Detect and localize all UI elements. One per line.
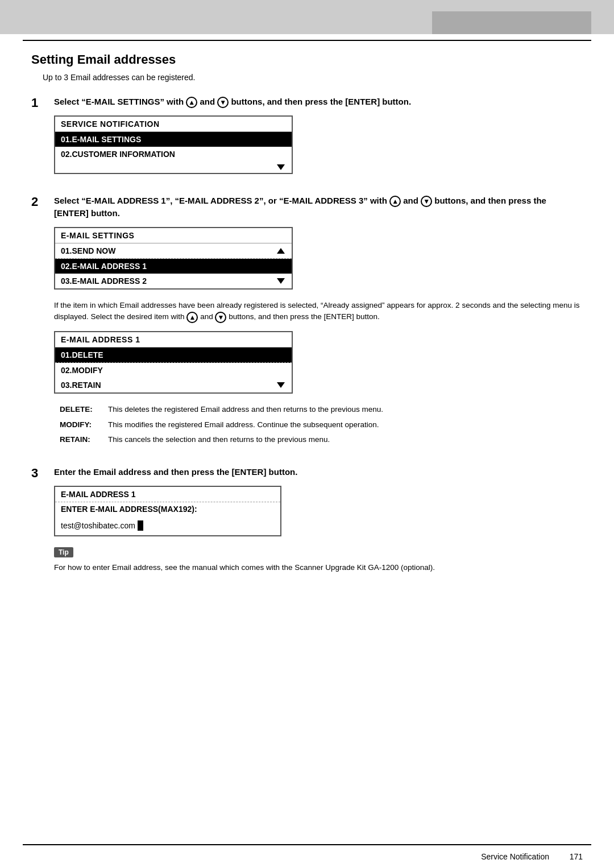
main-content: Setting Email addresses Up to 3 Email ad… — [0, 41, 614, 844]
def-delete: DELETE: This deletes the registered Emai… — [60, 404, 583, 415]
step-2-menu-row-3: 03.E-MAIL ADDRESS 2 — [55, 274, 292, 288]
section-title: Setting Email addresses — [31, 52, 583, 67]
step-1-text-part1: Select “E-MAIL SETTINGS” with — [54, 97, 184, 106]
def-delete-desc: This deletes the registered Email addres… — [108, 404, 583, 415]
def-retain-desc: This cancels the selection and then retu… — [108, 434, 583, 445]
section-subtitle: Up to 3 Email addresses can be registere… — [43, 73, 583, 82]
step-1-text-part2: and — [200, 97, 215, 106]
arrow-up-icon-2 — [277, 248, 285, 254]
step-3-number: 3 — [31, 466, 48, 481]
step-1: 1 Select “E-MAIL SETTINGS” with ▲ and ▼ … — [31, 96, 583, 184]
step-3-text: Enter the Email address and then press t… — [54, 466, 583, 479]
step-1-menu: SERVICE NOTIFICATION 01.E-MAIL SETTINGS … — [54, 115, 293, 174]
top-bar — [0, 0, 614, 34]
step-1-menu-row-2: 02.CUSTOMER INFORMATION — [55, 147, 292, 162]
def-retain: RETAIN: This cancels the selection and t… — [60, 434, 583, 445]
step-2-menu-row-1: 01.SEND NOW — [55, 243, 292, 259]
step-1-menu-header: SERVICE NOTIFICATION — [55, 117, 292, 132]
step-3: 3 Enter the Email address and then press… — [31, 466, 583, 573]
arrow-down-icon-2b — [277, 278, 285, 284]
step-2-menu-header: E-MAIL SETTINGS — [55, 228, 292, 243]
tip-label: Tip — [54, 547, 73, 557]
arrow-down-icon — [277, 164, 285, 170]
step-2-desc: If the item in which Email addresses hav… — [54, 300, 583, 324]
email-box-header: E-MAIL ADDRESS 1 — [55, 487, 280, 502]
up-arrow-icon-3: ▲ — [186, 312, 198, 323]
step-2-content: Select “E-MAIL ADDRESS 1”, “E-MAIL ADDRE… — [54, 195, 583, 456]
step-2: 2 Select “E-MAIL ADDRESS 1”, “E-MAIL ADD… — [31, 195, 583, 456]
top-bar-block — [432, 11, 591, 34]
step-3-content: Enter the Email address and then press t… — [54, 466, 583, 573]
footer-label: Service Notification — [481, 852, 549, 861]
def-retain-term: RETAIN: — [60, 434, 108, 445]
page: Setting Email addresses Up to 3 Email ad… — [0, 0, 614, 868]
step-2-submenu-header: E-MAIL ADDRESS 1 — [55, 332, 292, 348]
def-modify: MODIFY: This modifies the registered Ema… — [60, 419, 583, 431]
footer-page: 171 — [570, 852, 583, 861]
step-2-submenu-outer: E-MAIL ADDRESS 1 01.DELETE 02.MODIFY 03.… — [54, 331, 293, 394]
arrow-up-icon — [277, 137, 285, 142]
def-delete-term: DELETE: — [60, 404, 108, 415]
step-1-content: Select “E-MAIL SETTINGS” with ▲ and ▼ bu… — [54, 96, 583, 184]
email-address-box: E-MAIL ADDRESS 1 ENTER E-MAIL ADDRESS(MA… — [54, 486, 281, 536]
email-box-input: test@toshibatec.com — [55, 516, 280, 535]
footer-separator — [556, 852, 563, 861]
step-1-text: Select “E-MAIL SETTINGS” with ▲ and ▼ bu… — [54, 96, 583, 109]
email-value: test@toshibatec.com — [61, 521, 135, 530]
up-arrow-icon-2: ▲ — [389, 196, 401, 207]
step-2-submenu: E-MAIL ADDRESS 1 01.DELETE 02.MODIFY 03.… — [54, 331, 293, 394]
step-1-menu-row-spacer — [55, 162, 292, 173]
step-2-menu-row-2: 02.E-MAIL ADDRESS 1 — [55, 259, 292, 274]
up-arrow-icon-1: ▲ — [186, 97, 197, 108]
step-2-submenu-row-2: 02.MODIFY — [55, 363, 292, 378]
step-2-submenu-row-1: 01.DELETE — [55, 348, 292, 363]
down-arrow-icon-1: ▼ — [217, 97, 229, 108]
arrow-up-icon-4 — [277, 352, 285, 358]
step-1-text-part3: buttons, and then press the [ENTER] butt… — [231, 97, 411, 106]
def-modify-term: MODIFY: — [60, 419, 108, 431]
step-1-menu-row-1: 01.E-MAIL SETTINGS — [55, 132, 292, 147]
footer: Service Notification 171 — [0, 845, 614, 868]
tip-text: For how to enter Email address, see the … — [54, 562, 583, 574]
step-2-menu-outer: E-MAIL SETTINGS 01.SEND NOW 02.E-MAIL AD… — [54, 227, 293, 290]
step-2-submenu-row-3: 03.RETAIN — [55, 378, 292, 392]
down-arrow-icon-3: ▼ — [215, 312, 226, 323]
step-2-text-and: and — [403, 196, 421, 205]
tip-section: Tip For how to enter Email address, see … — [54, 547, 583, 574]
def-modify-desc: This modifies the registered Email addre… — [108, 419, 583, 431]
step-2-text-part1: Select “E-MAIL ADDRESS 1”, “E-MAIL ADDRE… — [54, 196, 389, 205]
step-2-menu: E-MAIL SETTINGS 01.SEND NOW 02.E-MAIL AD… — [54, 227, 293, 290]
step-2-definitions: DELETE: This deletes the registered Emai… — [60, 404, 583, 445]
email-box-prompt: ENTER E-MAIL ADDRESS(MAX192): — [55, 502, 280, 516]
arrow-down-icon-4 — [277, 382, 285, 388]
step-2-text: Select “E-MAIL ADDRESS 1”, “E-MAIL ADDRE… — [54, 195, 583, 220]
down-arrow-icon-2: ▼ — [421, 196, 432, 207]
step-1-number: 1 — [31, 96, 48, 110]
step-1-menu-outer: SERVICE NOTIFICATION 01.E-MAIL SETTINGS … — [54, 115, 293, 174]
step-2-number: 2 — [31, 195, 48, 209]
cursor-block — [138, 520, 143, 531]
